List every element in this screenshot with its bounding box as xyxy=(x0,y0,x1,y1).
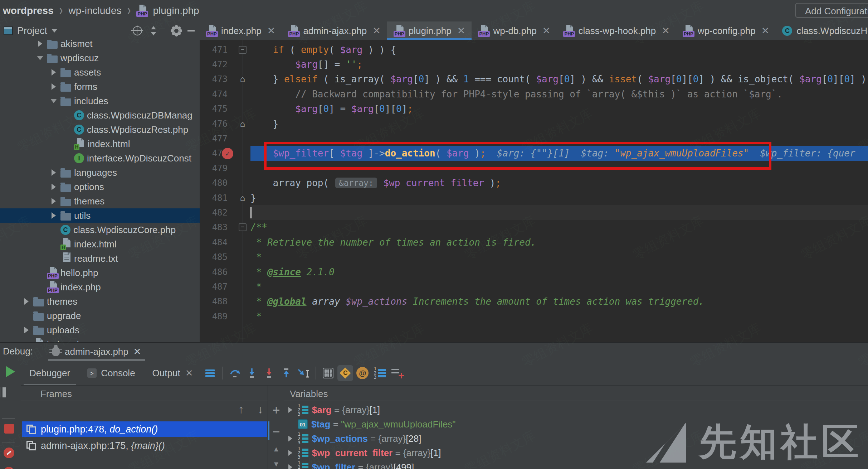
fold-end-marker-icon[interactable]: ⌂ xyxy=(235,72,250,87)
code-line-477[interactable]: 477 xyxy=(200,131,868,146)
variable-row[interactable]: 123$arg = {array} [1] xyxy=(284,403,868,417)
tree-item-class-wpdiscuzrest-php[interactable]: Cclass.WpdiscuzRest.php xyxy=(0,122,200,137)
tree-item-index-php[interactable]: PHPindex.php xyxy=(0,280,200,294)
tree-item-options[interactable]: options xyxy=(0,180,200,194)
locate-file-icon[interactable] xyxy=(133,26,142,35)
code-line-471[interactable]: 471− if ( empty( $arg ) ) { xyxy=(200,42,868,57)
tree-item-hello-php[interactable]: PHPhello.php xyxy=(0,266,200,280)
chevron-right-icon[interactable] xyxy=(20,327,33,333)
tree-item-index-html[interactable]: Hindex.html xyxy=(0,137,200,151)
tree-item-upgrade[interactable]: upgrade xyxy=(0,309,200,323)
code-line-478[interactable]: 478✓ $wp_filter[ $tag ]->do_action( $arg… xyxy=(200,146,868,161)
add-watch-icon[interactable] xyxy=(389,365,405,381)
tab-class-wp-hook-php[interactable]: PHPclass-wp-hook.php✕ xyxy=(557,21,676,40)
variable-row[interactable]: 123$wp_actions = {array} [28] xyxy=(284,431,868,446)
c-diamond-icon[interactable]: C xyxy=(337,365,353,381)
tree-item-class-wpdiscuzdbmanag[interactable]: Cclass.WpdiscuzDBManag xyxy=(0,108,200,122)
chevron-right-icon[interactable] xyxy=(47,83,60,90)
tree-item-interface-wpdiscuzconst[interactable]: Iinterface.WpDiscuzConst xyxy=(0,151,200,165)
chevron-right-icon[interactable] xyxy=(284,407,296,413)
breakpoint-icon[interactable]: ✓ xyxy=(222,148,233,159)
remove-watch-minus-icon[interactable]: − xyxy=(268,424,284,439)
chevron-right-icon[interactable] xyxy=(47,198,60,204)
tab-class-wpdiscuzhelperupload-ph[interactable]: Cclass.WpdiscuzHelperUpload.ph xyxy=(776,21,868,40)
breadcrumb-item[interactable]: wp-includes xyxy=(69,5,122,16)
frame-up-icon[interactable]: ↑ xyxy=(238,403,244,416)
step-into-icon[interactable] xyxy=(244,365,260,381)
code-line-483[interactable]: 483−/** xyxy=(200,220,868,235)
code-line-479[interactable]: 479 xyxy=(200,161,868,175)
code-line-481[interactable]: 481⌂} xyxy=(200,190,868,205)
tree-item-uploads[interactable]: uploads xyxy=(0,323,200,337)
breadcrumb-item[interactable]: wordpress xyxy=(3,5,54,16)
tab-admin-ajax-php[interactable]: PHPadmin-ajax.php✕ xyxy=(282,21,387,40)
chevron-right-icon[interactable] xyxy=(20,298,33,305)
tree-item-assets[interactable]: assets xyxy=(0,65,200,79)
frame-row[interactable]: plugin.php:478, do_action() xyxy=(22,421,267,437)
stop-icon[interactable] xyxy=(4,424,14,434)
chevron-down-icon[interactable] xyxy=(33,56,47,60)
tab-console[interactable]: >Console xyxy=(79,361,143,385)
close-icon[interactable]: ✕ xyxy=(372,25,381,37)
chevron-right-icon[interactable] xyxy=(47,169,60,176)
chevron-right-icon[interactable] xyxy=(284,464,296,469)
evaluate-expression-icon[interactable] xyxy=(320,365,336,381)
tree-item-akismet[interactable]: akismet xyxy=(0,40,200,51)
chevron-right-icon[interactable] xyxy=(33,40,47,47)
tab-plugin-php[interactable]: PHPplugin.php✕ xyxy=(387,21,472,40)
tab-output[interactable]: Output✕ xyxy=(144,361,202,385)
collapse-all-icon[interactable] xyxy=(150,26,157,35)
run-to-cursor-icon[interactable] xyxy=(296,365,311,381)
code-line-488[interactable]: 488 * @global array $wp_actions Incremen… xyxy=(200,294,868,309)
tab-wp-db-php[interactable]: PHPwp-db.php✕ xyxy=(472,21,557,40)
tree-item-forms[interactable]: forms xyxy=(0,79,200,94)
force-step-into-icon[interactable] xyxy=(261,365,277,381)
close-icon[interactable]: ✕ xyxy=(542,25,551,37)
debug-session-tab[interactable]: admin-ajax.php ✕ xyxy=(48,343,145,360)
tree-item-wpdiscuz[interactable]: wpdiscuz xyxy=(0,51,200,65)
variable-row[interactable]: 123$wp_filter = {array} [499] xyxy=(284,460,868,469)
code-line-480[interactable]: 480 array_pop( &array: $wp_current_filte… xyxy=(200,176,868,190)
fold-end-marker-icon[interactable]: ⌂ xyxy=(235,190,250,205)
breadcrumb-item[interactable]: plugin.php xyxy=(153,5,199,16)
code-line-475[interactable]: 475 $arg[0] = $arg[0][0]; xyxy=(200,102,868,116)
code-line-486[interactable]: 486 * @since 2.1.0 xyxy=(200,265,868,279)
at-icon[interactable]: @ xyxy=(355,365,370,381)
tree-item-index-html[interactable]: Hindex.html xyxy=(0,237,200,251)
variable-row[interactable]: 01$tag = "wp_ajax_wmuUploadFiles" xyxy=(284,417,868,431)
code-line-484[interactable]: 484 * Retrieve the number of times an ac… xyxy=(200,235,868,250)
view-breakpoints-icon[interactable] xyxy=(4,448,14,458)
close-icon[interactable]: ✕ xyxy=(761,25,770,37)
code-line-474[interactable]: 474 // Backward compatibility for PHP4-s… xyxy=(200,87,868,101)
close-icon[interactable]: ✕ xyxy=(267,25,275,37)
scroll-down-icon[interactable]: ▼ xyxy=(268,460,284,468)
chevron-right-icon[interactable] xyxy=(47,69,60,76)
code-line-473[interactable]: 473⌂ } elseif ( is_array( $arg[0] ) && 1… xyxy=(200,72,868,87)
tab-wp-config-php[interactable]: PHPwp-config.php✕ xyxy=(676,21,776,40)
chevron-right-icon[interactable] xyxy=(284,450,296,456)
chevron-right-icon[interactable] xyxy=(47,184,60,190)
step-over-icon[interactable] xyxy=(227,365,243,381)
close-icon[interactable]: ✕ xyxy=(185,368,193,379)
scroll-up-icon[interactable]: ▲ xyxy=(268,445,284,453)
tree-item-themes[interactable]: themes xyxy=(0,294,200,309)
add-watch-plus-icon[interactable]: + xyxy=(268,403,284,418)
variable-row[interactable]: 123$wp_current_filter = {array} [1] xyxy=(284,446,868,460)
resume-program-icon[interactable] xyxy=(6,366,15,377)
fold-marker-icon[interactable]: − xyxy=(235,220,250,235)
code-line-476[interactable]: 476⌂ } xyxy=(200,116,868,131)
code-editor[interactable]: 471− if ( empty( $arg ) ) {472 $arg[] = … xyxy=(200,40,868,342)
close-icon[interactable]: ✕ xyxy=(662,25,670,37)
mute-breakpoints-icon[interactable] xyxy=(4,467,14,469)
tab-index-php[interactable]: PHPindex.php✕ xyxy=(200,21,282,40)
add-configuration-button[interactable]: Add Configuration... xyxy=(795,3,868,18)
code-line-489[interactable]: 489 * xyxy=(200,309,868,324)
frame-down-icon[interactable]: ↓ xyxy=(258,403,263,416)
pause-program-icon[interactable] xyxy=(0,387,6,397)
close-icon[interactable]: ✕ xyxy=(133,346,141,357)
code-line-482[interactable]: 482 xyxy=(200,205,868,220)
code-line-485[interactable]: 485 * xyxy=(200,250,868,264)
chevron-right-icon[interactable] xyxy=(47,212,60,219)
step-out-icon[interactable] xyxy=(278,365,294,381)
tree-item-index-php[interactable]: PHPindex.php xyxy=(0,337,200,342)
